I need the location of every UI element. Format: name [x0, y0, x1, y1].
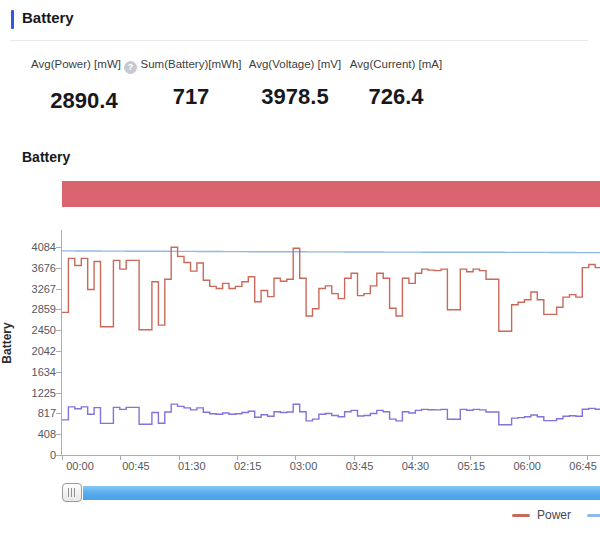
y-tick-label: 2042 — [6, 345, 56, 357]
series-line-power — [62, 247, 600, 331]
y-tick-mark — [56, 413, 61, 414]
y-tick-label: 817 — [6, 407, 56, 419]
stat-avg-voltage-label: Avg(Voltage) [mV] — [249, 58, 341, 70]
stat-avg-current-value: 726.4 — [350, 84, 442, 110]
y-tick-label: 2859 — [6, 303, 56, 315]
x-tick-label: 06:00 — [505, 460, 549, 472]
y-tick-label: 408 — [6, 428, 56, 440]
legend-item-power[interactable]: Power — [512, 508, 571, 522]
stat-avg-power-value: 2890.4 — [31, 88, 137, 114]
y-tick-mark — [56, 247, 61, 248]
series-line-current — [62, 404, 600, 425]
datazoom-left-handle[interactable] — [62, 483, 82, 502]
x-tick-label: 02:15 — [226, 460, 270, 472]
y-tick-mark — [56, 330, 61, 331]
x-tick-label: 03:45 — [338, 460, 382, 472]
stat-avg-current-label: Avg(Current) [mA] — [350, 58, 442, 70]
stat-sum-battery-value: 717 — [141, 84, 242, 110]
series-line-voltage — [62, 251, 600, 253]
y-tick-label: 1634 — [6, 366, 56, 378]
stat-avg-power-label: Avg(Power) [mW]? — [31, 58, 137, 74]
stat-sum-battery: Sum(Battery)[mWh] 717 — [141, 58, 242, 110]
stat-avg-voltage: Avg(Voltage) [mV] 3978.5 — [249, 58, 341, 110]
x-tick-label: 05:15 — [449, 460, 493, 472]
x-tick-label: 00:00 — [58, 460, 102, 472]
y-tick-label: 0 — [6, 449, 56, 461]
y-tick-mark — [56, 434, 61, 435]
legend-dash-icon — [512, 514, 530, 517]
panel-title: Battery — [22, 9, 74, 26]
x-axis-line — [61, 455, 600, 456]
legend-label: Power — [537, 508, 571, 522]
stat-avg-voltage-value: 3978.5 — [249, 84, 341, 110]
y-tick-label: 4084 — [6, 241, 56, 253]
x-tick-label: 00:45 — [114, 460, 158, 472]
chart-plot-area[interactable] — [62, 230, 600, 455]
y-tick-mark — [56, 351, 61, 352]
handle-grip-icon — [68, 488, 76, 497]
y-tick-label: 2450 — [6, 324, 56, 336]
x-tick-label: 06:45 — [561, 460, 600, 472]
stat-avg-current: Avg(Current) [mA] 726.4 — [350, 58, 442, 110]
stat-avg-power: Avg(Power) [mW]? 2890.4 — [31, 58, 137, 114]
y-tick-mark — [56, 393, 61, 394]
y-tick-label: 3676 — [6, 262, 56, 274]
datazoom-scrollbar[interactable] — [83, 486, 600, 500]
chart-legend: Power — [512, 508, 600, 522]
y-tick-label: 3267 — [6, 283, 56, 295]
x-tick-label: 01:30 — [170, 460, 214, 472]
y-tick-label: 1225 — [6, 387, 56, 399]
x-tick-label: 04:30 — [393, 460, 437, 472]
legend-item[interactable] — [587, 514, 600, 517]
battery-state-strip[interactable] — [62, 181, 600, 207]
header-divider — [10, 40, 588, 41]
chart-title: Battery — [22, 149, 70, 165]
y-tick-mark — [56, 455, 61, 456]
y-tick-mark — [56, 309, 61, 310]
header-accent-bar — [11, 10, 14, 29]
y-tick-mark — [56, 268, 61, 269]
stat-sum-battery-label: Sum(Battery)[mWh] — [141, 58, 242, 70]
y-tick-mark — [56, 372, 61, 373]
stat-label-text: Avg(Power) [mW] — [31, 58, 121, 70]
x-tick-label: 03:00 — [282, 460, 326, 472]
legend-dash-icon — [587, 514, 600, 517]
help-icon[interactable]: ? — [124, 61, 137, 74]
y-tick-mark — [56, 289, 61, 290]
battery-panel: Battery Avg(Power) [mW]? 2890.4 Sum(Batt… — [0, 0, 600, 537]
